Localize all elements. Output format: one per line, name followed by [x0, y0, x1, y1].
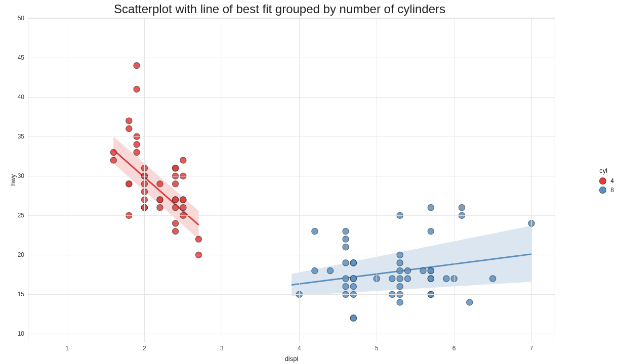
- data-point: [126, 125, 132, 131]
- data-point: [180, 204, 186, 210]
- x-tick-label: 4: [298, 345, 301, 352]
- data-point: [195, 236, 201, 242]
- data-point: [110, 149, 116, 155]
- data-point: [157, 181, 163, 187]
- data-point: [126, 118, 132, 124]
- data-point: [489, 276, 495, 282]
- data-point: [350, 260, 356, 266]
- y-tick-label: 40: [18, 94, 24, 101]
- legend-item: 4: [599, 177, 614, 185]
- confidence-band: [292, 226, 531, 296]
- data-point: [350, 284, 356, 290]
- data-point: [134, 149, 140, 155]
- data-point: [428, 204, 434, 210]
- data-point: [157, 197, 163, 203]
- data-point: [428, 228, 434, 234]
- data-point: [397, 276, 403, 282]
- data-point: [343, 228, 349, 234]
- data-point: [172, 204, 178, 210]
- legend-label: 8: [610, 187, 614, 194]
- data-point: [343, 284, 349, 290]
- data-point: [397, 284, 403, 290]
- legend-title: cyl: [599, 167, 614, 174]
- data-point: [134, 62, 140, 68]
- data-point: [327, 267, 333, 274]
- data-point: [350, 315, 356, 321]
- x-tick-label: 5: [375, 345, 379, 352]
- data-point: [428, 267, 434, 274]
- data-point: [312, 267, 318, 274]
- data-point: [428, 276, 434, 282]
- legend-label: 4: [610, 177, 614, 185]
- data-point: [404, 276, 410, 282]
- plot-area: hwy displ 1015202530354045501234567: [28, 18, 555, 342]
- data-point: [397, 260, 403, 266]
- x-tick-label: 1: [65, 345, 69, 352]
- chart-svg: [28, 18, 555, 342]
- legend-swatch: [599, 177, 606, 185]
- data-point: [343, 260, 349, 266]
- x-tick-label: 3: [220, 345, 224, 352]
- data-point: [172, 197, 178, 203]
- y-tick-label: 25: [18, 212, 24, 219]
- data-point: [397, 267, 403, 274]
- y-tick-label: 50: [18, 15, 24, 22]
- data-point: [343, 244, 349, 250]
- data-point: [157, 204, 163, 210]
- y-tick-label: 45: [18, 54, 24, 61]
- x-axis-label: displ: [285, 355, 299, 362]
- data-point: [443, 276, 449, 282]
- y-tick-label: 15: [18, 291, 24, 298]
- data-point: [312, 228, 318, 234]
- data-point: [420, 267, 426, 274]
- data-point: [110, 157, 116, 163]
- x-tick-label: 6: [452, 345, 456, 352]
- data-point: [134, 86, 140, 92]
- legend-item: 8: [599, 187, 614, 194]
- data-point: [389, 276, 395, 282]
- data-point: [126, 181, 132, 187]
- data-point: [343, 276, 349, 282]
- y-tick-label: 30: [18, 172, 24, 179]
- data-point: [404, 267, 410, 274]
- data-point: [459, 204, 465, 210]
- data-point: [350, 276, 356, 282]
- data-point: [172, 228, 178, 234]
- legend-swatch: [599, 187, 606, 194]
- legend: cyl 48: [599, 167, 614, 196]
- data-point: [172, 181, 178, 187]
- data-point: [172, 220, 178, 226]
- y-tick-label: 35: [18, 133, 24, 140]
- data-point: [180, 157, 186, 163]
- chart-container: Scatterplot with line of best fit groupe…: [0, 0, 620, 364]
- data-point: [134, 142, 140, 148]
- x-tick-label: 7: [530, 345, 533, 352]
- y-axis-label: hwy: [9, 174, 17, 186]
- x-tick-label: 2: [143, 345, 146, 352]
- data-point: [397, 299, 403, 305]
- data-point: [343, 236, 349, 242]
- y-tick-label: 20: [18, 251, 24, 258]
- data-point: [172, 165, 178, 171]
- y-tick-label: 10: [18, 330, 24, 337]
- data-point: [180, 197, 186, 203]
- chart-title: Scatterplot with line of best fit groupe…: [0, 2, 559, 16]
- data-point: [467, 299, 473, 305]
